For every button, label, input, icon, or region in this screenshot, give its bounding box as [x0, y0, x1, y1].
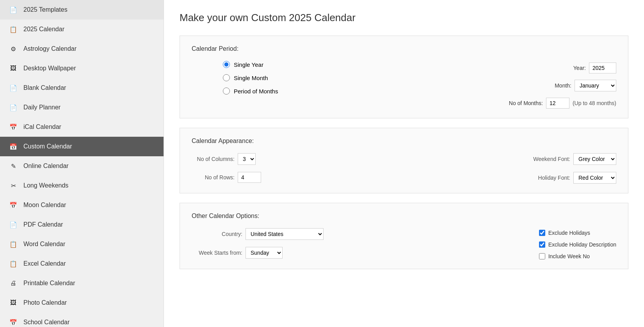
sidebar-label-pdf-calendar: PDF Calendar: [23, 221, 63, 228]
appearance-right: Weekend Font: Grey ColorBlack ColorRed C…: [519, 153, 616, 184]
month-select[interactable]: JanuaryFebruaryMarchAprilMayJuneJulyAugu…: [575, 80, 616, 91]
calendar-period-title: Calendar Period:: [192, 45, 616, 52]
sidebar-item-pdf-calendar[interactable]: 📄PDF Calendar: [0, 215, 164, 234]
sidebar-item-online-calendar[interactable]: ✎Online Calendar: [0, 156, 164, 176]
sidebar-item-daily-planner[interactable]: 📄Daily Planner: [0, 98, 164, 117]
sidebar-icon-ical-calendar: 📅: [8, 122, 19, 132]
period-fields: Year: Month: JanuaryFebruaryMarchAprilMa…: [504, 61, 616, 109]
holiday-font-select[interactable]: Red ColorBlack ColorGrey ColorBlue Color: [573, 172, 616, 184]
radio-label-period-of-months: Period of Months: [234, 88, 278, 95]
no-of-months-label: No of Months:: [504, 100, 543, 106]
sidebar-label-desktop-wallpaper: Desktop Wallpaper: [23, 65, 76, 72]
year-label: Year:: [547, 65, 586, 71]
sidebar-item-word-calendar[interactable]: 📋Word Calendar: [0, 234, 164, 254]
sidebar-icon-2025-templates: 📄: [8, 5, 19, 14]
month-label: Month:: [532, 82, 571, 89]
sidebar-item-blank-calendar[interactable]: 📄Blank Calendar: [0, 78, 164, 98]
radio-label-single-year: Single Year: [234, 61, 263, 68]
sidebar-item-astrology-calendar[interactable]: ⚙Astrology Calendar: [0, 39, 164, 59]
radio-label-single-month: Single Month: [234, 75, 268, 81]
sidebar-item-desktop-wallpaper[interactable]: 🖼Desktop Wallpaper: [0, 59, 164, 78]
appearance-left: No of Columns: 12346 No of Rows:: [192, 153, 261, 184]
sidebar-icon-daily-planner: 📄: [8, 103, 19, 112]
checkbox-input-include-week-no[interactable]: [539, 253, 545, 259]
sidebar-label-custom-calendar: Custom Calendar: [23, 143, 72, 150]
checkbox-exclude-holiday-desc[interactable]: Exclude Holiday Description: [539, 241, 616, 248]
sidebar-item-photo-calendar[interactable]: 🖼Photo Calendar: [0, 293, 164, 313]
sidebar-label-moon-calendar: Moon Calendar: [23, 202, 66, 209]
sidebar-label-long-weekends: Long Weekends: [23, 182, 68, 189]
sidebar-label-excel-calendar: Excel Calendar: [23, 260, 66, 267]
sidebar-item-printable-calendar[interactable]: 🖨Printable Calendar: [0, 273, 164, 293]
rows-label: No of Rows:: [192, 174, 235, 180]
sidebar-label-ical-calendar: iCal Calendar: [23, 123, 61, 130]
sidebar-icon-desktop-wallpaper: 🖼: [8, 64, 19, 73]
sidebar-label-photo-calendar: Photo Calendar: [23, 299, 67, 306]
sidebar-icon-astrology-calendar: ⚙: [8, 44, 19, 54]
sidebar-item-ical-calendar[interactable]: 📅iCal Calendar: [0, 117, 164, 137]
sidebar-label-blank-calendar: Blank Calendar: [23, 84, 66, 91]
no-of-months-input[interactable]: [546, 98, 569, 109]
sidebar-label-word-calendar: Word Calendar: [23, 241, 65, 248]
sidebar-item-excel-calendar[interactable]: 📋Excel Calendar: [0, 254, 164, 273]
period-radio-group: Single YearSingle MonthPeriod of Months: [192, 61, 278, 95]
no-of-months-hint: (Up to 48 months): [573, 100, 616, 106]
country-label: Country:: [192, 231, 242, 237]
sidebar-icon-2025-calendar: 📋: [8, 25, 19, 34]
sidebar-item-custom-calendar[interactable]: 📅Custom Calendar: [0, 137, 164, 156]
main-content: Make your own Custom 2025 Calendar Calen…: [164, 0, 644, 327]
holiday-font-label: Holiday Font:: [519, 175, 570, 181]
sidebar-label-online-calendar: Online Calendar: [23, 163, 69, 170]
sidebar-icon-pdf-calendar: 📄: [8, 220, 19, 229]
checkbox-input-exclude-holidays[interactable]: [539, 230, 545, 236]
sidebar-icon-photo-calendar: 🖼: [8, 298, 19, 307]
radio-input-period-of-months[interactable]: [223, 88, 230, 95]
country-select[interactable]: United StatesUnited KingdomCanadaAustral…: [246, 228, 324, 240]
sidebar-item-2025-calendar[interactable]: 📋2025 Calendar: [0, 20, 164, 39]
sidebar-icon-school-calendar: 📅: [8, 318, 19, 327]
other-options-title: Other Calendar Options:: [192, 213, 616, 220]
sidebar-item-long-weekends[interactable]: ✂Long Weekends: [0, 176, 164, 195]
radio-input-single-year[interactable]: [223, 61, 230, 68]
week-starts-select[interactable]: SundayMondaySaturday: [246, 247, 283, 259]
weekend-font-label: Weekend Font:: [519, 156, 570, 162]
checkbox-label-include-week-no: Include Week No: [548, 253, 590, 259]
radio-period-of-months[interactable]: Period of Months: [223, 88, 278, 95]
sidebar-item-moon-calendar[interactable]: 📅Moon Calendar: [0, 195, 164, 215]
sidebar-label-printable-calendar: Printable Calendar: [23, 280, 75, 287]
radio-input-single-month[interactable]: [223, 74, 230, 81]
sidebar-label-2025-templates: 2025 Templates: [23, 6, 68, 13]
sidebar: 📄2025 Templates📋2025 Calendar⚙Astrology …: [0, 0, 164, 327]
columns-select[interactable]: 12346: [238, 153, 256, 165]
sidebar-item-2025-templates[interactable]: 📄2025 Templates: [0, 0, 164, 20]
sidebar-label-2025-calendar: 2025 Calendar: [23, 26, 64, 33]
columns-label: No of Columns:: [192, 156, 235, 162]
sidebar-icon-long-weekends: ✂: [8, 181, 19, 190]
sidebar-label-school-calendar: School Calendar: [23, 319, 69, 326]
weekend-font-select[interactable]: Grey ColorBlack ColorRed ColorBlue Color: [573, 153, 616, 165]
calendar-period-section: Calendar Period: Single YearSingle Month…: [180, 36, 628, 118]
checkbox-label-exclude-holiday-desc: Exclude Holiday Description: [548, 241, 616, 248]
sidebar-label-daily-planner: Daily Planner: [23, 104, 60, 111]
calendar-appearance-section: Calendar Appearance: No of Columns: 1234…: [180, 128, 628, 193]
sidebar-icon-blank-calendar: 📄: [8, 83, 19, 93]
sidebar-icon-moon-calendar: 📅: [8, 200, 19, 210]
sidebar-label-astrology-calendar: Astrology Calendar: [23, 45, 76, 52]
year-input[interactable]: [589, 63, 616, 73]
week-starts-label: Week Starts from:: [192, 250, 242, 256]
sidebar-icon-excel-calendar: 📋: [8, 259, 19, 268]
sidebar-item-school-calendar[interactable]: 📅School Calendar: [0, 313, 164, 327]
page-title: Make your own Custom 2025 Calendar: [180, 12, 628, 24]
other-right: Exclude HolidaysExclude Holiday Descript…: [539, 228, 616, 259]
sidebar-icon-word-calendar: 📋: [8, 239, 19, 249]
rows-input[interactable]: [238, 172, 261, 183]
checkbox-include-week-no[interactable]: Include Week No: [539, 253, 616, 259]
other-options-section: Other Calendar Options: Country: United …: [180, 203, 628, 269]
radio-single-year[interactable]: Single Year: [223, 61, 278, 68]
sidebar-icon-online-calendar: ✎: [8, 161, 19, 171]
radio-single-month[interactable]: Single Month: [223, 74, 278, 81]
checkbox-exclude-holidays[interactable]: Exclude Holidays: [539, 230, 616, 236]
sidebar-icon-custom-calendar: 📅: [8, 142, 19, 151]
checkbox-label-exclude-holidays: Exclude Holidays: [548, 230, 590, 236]
checkbox-input-exclude-holiday-desc[interactable]: [539, 241, 545, 248]
